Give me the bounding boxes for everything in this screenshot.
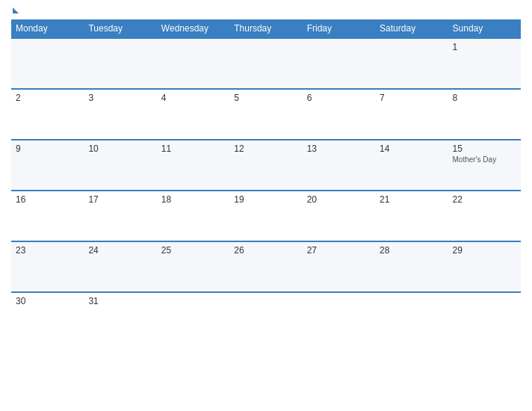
calendar-cell [229, 292, 302, 343]
calendar-cell: 26 [229, 241, 302, 292]
calendar-cell: 28 [375, 241, 448, 292]
day-number: 28 [380, 245, 443, 256]
calendar-table: MondayTuesdayWednesdayThursdayFridaySatu… [11, 19, 521, 343]
calendar-cell: 21 [375, 191, 448, 241]
calendar-cell: 11 [157, 140, 229, 191]
weekday-header-sunday: Sunday [448, 19, 521, 38]
calendar-cell [157, 292, 229, 343]
day-number: 6 [307, 93, 371, 103]
day-number: 17 [88, 194, 152, 205]
calendar-cell [11, 38, 84, 89]
calendar-cell: 3 [84, 89, 156, 140]
day-number: 25 [161, 245, 225, 256]
weekday-header-tuesday: Tuesday [84, 19, 156, 38]
calendar-cell: 14 [375, 140, 448, 191]
day-event: Mother's Day [453, 155, 516, 164]
calendar-cell [448, 292, 521, 343]
calendar-cell: 15Mother's Day [448, 140, 521, 191]
calendar-cell: 9 [11, 140, 84, 191]
calendar-cell: 1 [448, 38, 521, 89]
calendar-week-row: 9101112131415Mother's Day [11, 140, 521, 191]
day-number: 2 [16, 93, 79, 103]
weekday-header-row: MondayTuesdayWednesdayThursdayFridaySatu… [11, 19, 521, 38]
weekday-header-monday: Monday [11, 19, 84, 38]
calendar-week-row: 2345678 [11, 89, 521, 140]
day-number: 26 [234, 245, 297, 256]
calendar-cell [375, 292, 448, 343]
day-number: 13 [307, 143, 371, 154]
calendar-cell: 19 [229, 191, 302, 241]
calendar-cell: 29 [448, 241, 521, 292]
calendar-cell: 31 [84, 292, 156, 343]
calendar-cell: 6 [303, 89, 375, 140]
calendar-cell: 20 [303, 191, 375, 241]
calendar-cell: 7 [375, 89, 448, 140]
day-number: 9 [16, 143, 79, 154]
calendar-cell [303, 38, 375, 89]
calendar-week-row: 3031 [11, 292, 521, 343]
day-number: 10 [88, 143, 152, 154]
day-number: 19 [234, 194, 297, 205]
day-number: 27 [307, 245, 371, 256]
calendar-cell: 25 [157, 241, 229, 292]
day-number: 21 [380, 194, 443, 205]
day-number: 3 [88, 93, 152, 103]
weekday-header-wednesday: Wednesday [157, 19, 229, 38]
calendar-week-row: 16171819202122 [11, 191, 521, 241]
day-number: 15 [453, 143, 516, 154]
calendar-cell: 27 [303, 241, 375, 292]
calendar-cell: 12 [229, 140, 302, 191]
calendar-cell: 23 [11, 241, 84, 292]
day-number: 14 [380, 143, 443, 154]
day-number: 31 [88, 296, 152, 306]
day-number: 20 [307, 194, 371, 205]
calendar-cell: 13 [303, 140, 375, 191]
calendar-cell [375, 38, 448, 89]
header [11, 7, 521, 13]
calendar-cell: 24 [84, 241, 156, 292]
day-number: 8 [453, 93, 516, 103]
calendar-cell: 10 [84, 140, 156, 191]
day-number: 18 [161, 194, 225, 205]
day-number: 29 [453, 245, 516, 256]
calendar-week-row: 23242526272829 [11, 241, 521, 292]
weekday-header-saturday: Saturday [375, 19, 448, 38]
calendar-cell: 17 [84, 191, 156, 241]
calendar-cell: 30 [11, 292, 84, 343]
day-number: 16 [16, 194, 79, 205]
weekday-header-thursday: Thursday [229, 19, 302, 38]
calendar-cell [157, 38, 229, 89]
logo [11, 7, 19, 13]
day-number: 23 [16, 245, 79, 256]
day-number: 7 [380, 93, 443, 103]
calendar-cell: 22 [448, 191, 521, 241]
day-number: 11 [161, 143, 225, 154]
weekday-header-friday: Friday [303, 19, 375, 38]
day-number: 30 [16, 296, 79, 306]
day-number: 1 [453, 42, 516, 52]
day-number: 24 [88, 245, 152, 256]
calendar-cell: 4 [157, 89, 229, 140]
calendar-page: MondayTuesdayWednesdayThursdayFridaySatu… [0, 0, 532, 411]
calendar-cell [84, 38, 156, 89]
calendar-cell: 16 [11, 191, 84, 241]
calendar-cell: 2 [11, 89, 84, 140]
calendar-cell: 18 [157, 191, 229, 241]
calendar-cell [229, 38, 302, 89]
day-number: 4 [161, 93, 225, 103]
logo-triangle-icon [13, 7, 19, 13]
calendar-cell: 8 [448, 89, 521, 140]
calendar-week-row: 1 [11, 38, 521, 89]
day-number: 5 [234, 93, 297, 103]
day-number: 12 [234, 143, 297, 154]
calendar-cell [303, 292, 375, 343]
day-number: 22 [453, 194, 516, 205]
calendar-cell: 5 [229, 89, 302, 140]
